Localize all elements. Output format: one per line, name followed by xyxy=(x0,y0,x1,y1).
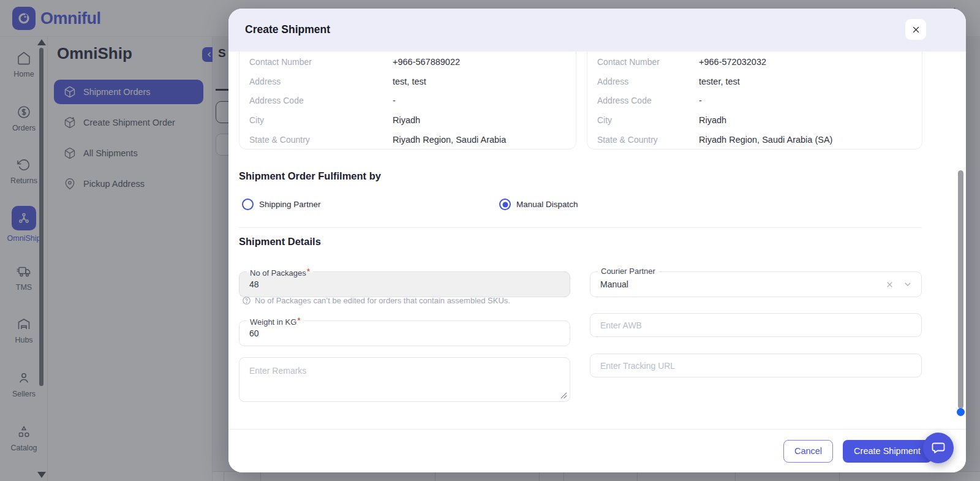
tracking-url-input[interactable] xyxy=(590,354,921,377)
remarks-field[interactable] xyxy=(239,357,570,402)
radio-manual-dispatch[interactable]: Manual Dispatch xyxy=(499,199,578,210)
packages-note: No of Packages can’t be edited for order… xyxy=(242,296,510,305)
address-row: City Riyadh xyxy=(587,110,922,130)
destination-address-card: Contact Number +966-572032032 Address te… xyxy=(587,51,922,150)
address-row: Contact Number +966-572032032 xyxy=(587,52,922,72)
address-row: City Riyadh xyxy=(239,110,576,130)
row-value: tester, test xyxy=(699,77,740,86)
address-row: Contact Number +966-567889022 xyxy=(239,52,576,72)
fulfilment-heading: Shipment Order Fulfilment by xyxy=(239,170,381,182)
courier-partner-value: Manual xyxy=(600,272,628,297)
address-row: Address Code - xyxy=(587,91,922,110)
row-value: Riyadh xyxy=(393,115,420,125)
row-label: Address xyxy=(249,77,393,86)
section-divider xyxy=(239,227,922,228)
close-modal-button[interactable] xyxy=(905,19,926,40)
row-label: Address xyxy=(597,77,699,86)
row-value: Riyadh Region, Saudi Arabia xyxy=(393,135,506,145)
address-row: State & Country Riyadh Region, Saudi Ara… xyxy=(239,130,576,150)
row-label: Contact Number xyxy=(249,57,393,67)
row-label: State & Country xyxy=(249,135,393,145)
radio-shipping-partner[interactable]: Shipping Partner xyxy=(242,199,321,210)
remarks-textarea[interactable] xyxy=(239,358,570,401)
courier-partner-select[interactable]: Courier Partner Manual xyxy=(590,271,922,297)
packages-note-text: No of Packages can’t be edited for order… xyxy=(255,296,510,305)
awb-field[interactable] xyxy=(590,313,922,337)
radio-checked-icon xyxy=(499,199,511,210)
resize-handle-icon[interactable] xyxy=(560,392,567,399)
screen: Omniful Home Orders Returns OmniShip xyxy=(0,0,980,481)
awb-input[interactable] xyxy=(590,314,921,336)
row-label: City xyxy=(249,115,393,125)
blue-dot-indicator xyxy=(957,408,965,416)
no-of-packages-field: No of Packages* xyxy=(239,271,570,297)
address-row: Address tester, test xyxy=(587,72,922,91)
create-shipment-modal: Contact Number +966-567889022 Address te… xyxy=(228,9,966,472)
row-label: Contact Number xyxy=(597,57,699,67)
address-row: State & Country Riyadh Region, Saudi Ara… xyxy=(587,130,922,150)
address-row: Address Code - xyxy=(239,91,576,110)
close-icon xyxy=(911,25,921,34)
radio-label: Shipping Partner xyxy=(259,200,321,209)
row-label: Address Code xyxy=(249,96,393,105)
modal-title: Create Shipment xyxy=(245,23,330,36)
row-value: - xyxy=(393,96,396,105)
radio-label: Manual Dispatch xyxy=(516,200,578,209)
chat-launcher-button[interactable] xyxy=(923,433,954,463)
radio-unchecked-icon xyxy=(242,199,254,210)
weight-field[interactable]: Weight in KG* xyxy=(239,320,570,346)
row-label: Address Code xyxy=(597,96,699,105)
required-asterisk: * xyxy=(307,267,310,276)
modal-footer: Cancel Create Shipment xyxy=(228,429,966,472)
clear-selection-icon[interactable] xyxy=(884,279,894,289)
row-label: City xyxy=(597,115,699,125)
row-value: +966-572032032 xyxy=(699,57,766,67)
row-value: Riyadh Region, Saudi Arabia (SA) xyxy=(699,135,832,145)
cancel-button[interactable]: Cancel xyxy=(783,440,833,463)
create-shipment-button[interactable]: Create Shipment xyxy=(843,440,932,463)
question-circle-icon xyxy=(242,296,251,305)
row-value: - xyxy=(699,96,702,105)
row-value: Riyadh xyxy=(699,115,726,125)
chevron-down-icon[interactable] xyxy=(903,279,913,289)
modal-body: Contact Number +966-567889022 Address te… xyxy=(228,51,966,429)
address-row: Address test, test xyxy=(239,72,576,91)
required-asterisk: * xyxy=(297,316,300,325)
row-value: test, test xyxy=(393,77,426,86)
modal-header: Create Shipment xyxy=(228,9,966,51)
row-label: State & Country xyxy=(597,135,699,145)
row-value: +966-567889022 xyxy=(393,57,460,67)
origin-address-card: Contact Number +966-567889022 Address te… xyxy=(239,51,576,150)
fulfilment-options: Shipping Partner Manual Dispatch xyxy=(242,199,916,212)
field-label: No of Packages* xyxy=(247,267,313,278)
tracking-url-field[interactable] xyxy=(590,354,922,377)
details-heading: Shipment Details xyxy=(239,236,321,248)
field-label: Weight in KG* xyxy=(247,316,304,327)
chat-bubble-icon xyxy=(931,441,946,455)
modal-scrollbar[interactable] xyxy=(958,170,963,409)
